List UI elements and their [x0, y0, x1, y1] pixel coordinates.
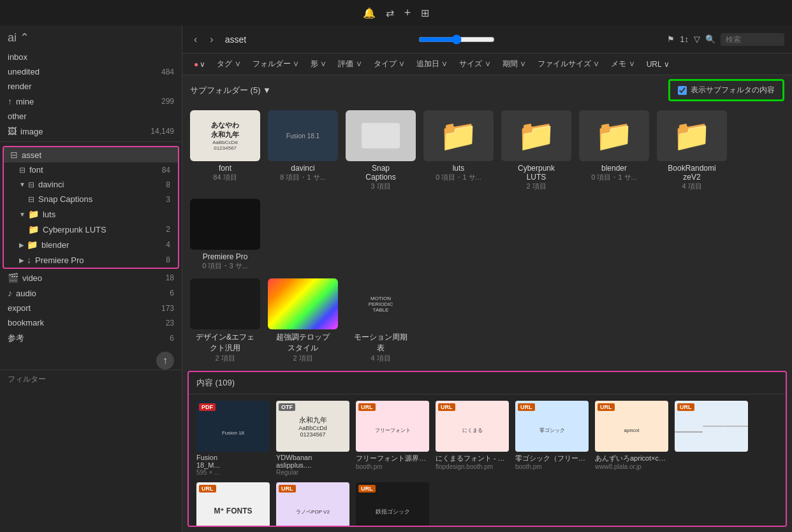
sidebar-item-asset[interactable]: ⊟ asset [4, 147, 178, 162]
sidebar-item-render[interactable]: render [0, 79, 182, 94]
bookrandom-folder-icon: 📁 [673, 118, 711, 154]
title-bar-icons: 🔔 ⇄ + ⊞ [363, 6, 430, 20]
filter-label: フィルター [0, 370, 182, 389]
filter-folder-button[interactable]: フォルダー ∨ [249, 57, 303, 71]
asset-section: ⊟ asset ⊟ font 84 ▼ ⊟ davinci 8 ⊟ Snap C… [3, 146, 179, 269]
filter-rating-button[interactable]: 評価 ∨ [334, 57, 365, 71]
folder-count-motion: 4 項目 [370, 354, 390, 363]
folder-name-font: font [219, 164, 231, 173]
search-input[interactable] [721, 33, 784, 46]
folder-item-davinci[interactable]: Fusion 18.1 davinci 8 項目・1 サ... [268, 110, 338, 191]
folder-thumb-font: あなやわ永和九年 AaBbCcDd01234567 [190, 110, 260, 161]
sidebar: ai ⌃ inbox unedited 484 render ↑ mine 29… [0, 25, 182, 532]
title-bar: 🔔 ⇄ + ⊞ [0, 0, 792, 25]
sort2-icon[interactable]: 1↕ [680, 34, 689, 44]
sidebar-item-export[interactable]: export 173 [0, 301, 182, 315]
sidebar-item-davinci[interactable]: ▼ ⊟ davinci 8 [4, 177, 178, 192]
folder-item-snap-captions[interactable]: SnapCaptions 3 項目 [346, 110, 416, 191]
filter-url-button[interactable]: URL ∨ [643, 59, 673, 70]
sidebar-item-luts[interactable]: ▼ 📁 luts [4, 206, 178, 222]
sidebar-item-unedited[interactable]: unedited 484 [0, 64, 182, 79]
folder-item-luts[interactable]: 📁 luts 0 項目・1 サ... [423, 110, 494, 191]
upload-button[interactable]: ↑ [156, 352, 174, 370]
filter-duration-button[interactable]: 期間 ∨ [499, 57, 530, 71]
content-item-freefont[interactable]: URL フリーフォント フリーフォント源界明朝 - フロップデザインフォント -… [356, 401, 429, 476]
folder-item-cyberpunk[interactable]: 📁 CyberpunkLUTS 2 項目 [501, 110, 571, 191]
content-meta-fusion: 595 × ... [196, 469, 270, 476]
sidebar-item-inbox[interactable]: inbox [0, 50, 182, 64]
sidebar-item-cyberpunk-luts[interactable]: 📁 Cyberpunk LUTS 2 [4, 222, 178, 237]
content-item-fusion[interactable]: PDF Fusion 18 Fusion18_M... 595 × ... [196, 401, 270, 476]
folder-item-premiere[interactable]: Premiere Pro 0 項目・3 サ... [190, 199, 260, 271]
content-item-ydw[interactable]: OTF 永和九年 AaBbCcDd 01234567 YDWbananaslip… [276, 401, 349, 476]
folder-item-bookrandom[interactable]: 📁 BookRandomizeV2 4 項目 [657, 110, 727, 191]
filter-icon[interactable]: ▽ [694, 34, 700, 44]
filter-memo-button[interactable]: メモ ∨ [607, 57, 638, 71]
content-section: 内容 (109) PDF Fusion 18 Fusion18_M... 595… [187, 371, 787, 527]
folder-item-motion[interactable]: MOTIONPERIODICTABLE モーション周期表 4 項目 [346, 278, 416, 363]
folder-name-davinci: davinci [291, 164, 314, 173]
filter-type-button[interactable]: タイプ ∨ [370, 57, 409, 71]
folder-thumb-premiere [190, 199, 260, 250]
content-item-anzuiro[interactable]: URL apricot あんずいろapricot×color.url www8.… [595, 401, 668, 476]
folder-thumb-design [190, 278, 260, 329]
filter-tag-button[interactable]: タグ ∨ [213, 57, 244, 71]
font-grid-icon: ⊟ [19, 166, 26, 175]
filter-color-button[interactable]: ● ∨ [190, 59, 209, 70]
filter-filesize-button[interactable]: ファイルサイズ ∨ [534, 57, 603, 71]
main-area: ai ⌃ inbox unedited 484 render ↑ mine 29… [0, 25, 792, 532]
folder-item-blender[interactable]: 📁 blender 0 項目・1 サ... [579, 110, 649, 191]
sidebar-item-other[interactable]: other [0, 109, 182, 124]
add-icon[interactable]: + [404, 6, 411, 20]
filter-shape-button[interactable]: 形 ∨ [307, 57, 330, 71]
folder-item-colorful[interactable]: 超強調テロップスタイル 2 項目 [268, 278, 338, 363]
folder-thumb-colorful [268, 278, 338, 329]
content-item-nikumaru[interactable]: URL にくまる にくまるフォント - フロップデザインフォント - BOOTH… [436, 401, 509, 476]
sidebar-item-sankoh[interactable]: 参考 6 [0, 330, 182, 347]
folder-item-font[interactable]: あなやわ永和九年 AaBbCcDd01234567 font 84 項目 [190, 110, 260, 191]
show-subfolder-checkbox[interactable] [678, 86, 687, 95]
filter-size-button[interactable]: サイズ ∨ [455, 57, 494, 71]
subfolder-label[interactable]: サブフォルダー (5) ▼ [190, 85, 271, 96]
folder-count-luts: 0 項目・1 サ... [436, 173, 481, 182]
folders-grid: あなやわ永和九年 AaBbCcDd01234567 font 84 項目 Fus… [182, 105, 792, 276]
content-item-ranobe[interactable]: URL ラノベPOP V2 ラノベPOP V2 [276, 482, 349, 527]
sidebar-item-audio[interactable]: ♪ audio 6 [0, 285, 182, 301]
sort-icon[interactable]: ⚑ [667, 34, 675, 44]
layout-icon[interactable]: ⊞ [421, 7, 429, 19]
content-item-tekka[interactable]: URL 鉄括ゴシック 鉄括ゴシック [356, 482, 429, 527]
cycle-icon[interactable]: ⇄ [386, 7, 394, 19]
sidebar-item-bookmark[interactable]: bookmark 23 [0, 315, 182, 330]
sidebar-item-image[interactable]: 🖼 image 14,149 [0, 124, 182, 139]
content-thumb-mfonts: URL M⁺ FONTS [196, 482, 270, 527]
folder-name-cyberpunk: CyberpunkLUTS [518, 164, 555, 182]
sidebar-item-mine[interactable]: ↑ mine 299 [0, 94, 182, 109]
forward-button[interactable]: › [206, 32, 217, 47]
filter-adddate-button[interactable]: 追加日 ∨ [413, 57, 451, 71]
folder-count-cyberpunk: 2 項目 [526, 182, 546, 191]
zoom-slider[interactable] [418, 34, 495, 45]
badge-url-7: URL [677, 403, 694, 411]
sidebar-item-blender[interactable]: ▶ 📁 blender 4 [4, 237, 178, 252]
sidebar-item-font[interactable]: ⊟ font 84 [4, 162, 178, 177]
content-name-ydw: YDWbananaslipplus.... [276, 454, 349, 469]
bell-icon[interactable]: 🔔 [363, 7, 376, 19]
badge-url-mfonts: URL [199, 485, 216, 492]
image-icon: 🖼 [8, 126, 17, 136]
sidebar-item-snap-captions[interactable]: ⊟ Snap Captions 3 [4, 192, 178, 206]
content-item-zerogothic[interactable]: URL 零ゴシック 零ゴシック（フリーフォント）- フロップデザインフォント -… [515, 401, 589, 476]
path-label: asset [225, 34, 246, 45]
content-grid: PDF Fusion 18 Fusion18_M... 595 × ... OT… [189, 394, 786, 527]
badge-pdf: PDF [199, 403, 216, 411]
snap-grid-icon: ⊟ [28, 195, 34, 204]
content-item-url7[interactable]: URL [675, 401, 748, 476]
sidebar-divider [0, 141, 182, 142]
badge-url-zero: URL [518, 403, 535, 411]
folder-item-design-effects[interactable]: デザイン&エフェクト汎用 2 項目 [190, 278, 260, 363]
search-icon[interactable]: 🔍 [705, 34, 715, 44]
content-item-mfonts[interactable]: URL M⁺ FONTS M+ FONTS [196, 482, 270, 527]
badge-url-freefont: URL [358, 403, 376, 411]
sidebar-item-premiere-pro[interactable]: ▶ ↓ Premiere Pro 8 [4, 252, 178, 268]
back-button[interactable]: ‹ [190, 32, 201, 47]
sidebar-item-video[interactable]: 🎬 video 18 [0, 270, 182, 285]
